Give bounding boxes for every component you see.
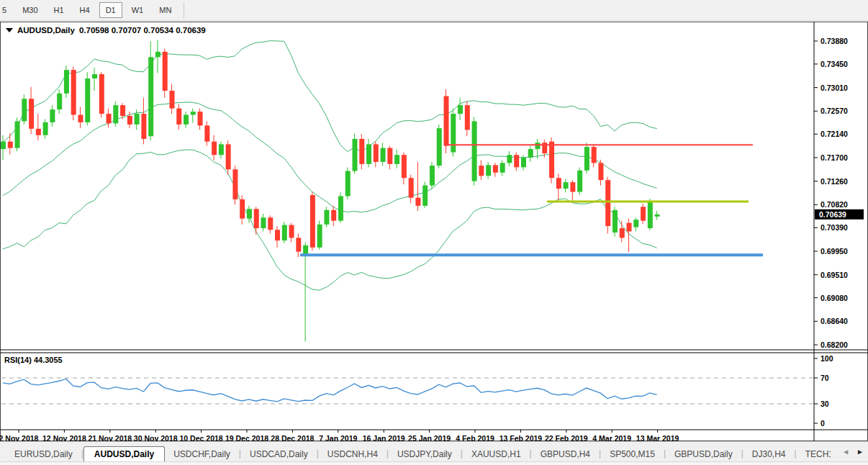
chart-ohlc-values: 0.70598 0.70707 0.70534 0.70639 [79, 26, 206, 35]
bollinger-lower-band [3, 150, 657, 290]
time-axis-label[interactable]: 4 Feb 2019 [456, 434, 494, 441]
chart-tab-bar: EURUSD,Daily| AUDUSD,Daily USDCHF,Daily|… [0, 441, 868, 465]
candle [29, 99, 34, 129]
tab-usdchf-daily[interactable]: USDCHF,Daily [165, 447, 239, 461]
candle [163, 52, 168, 91]
rsi-axis-label[interactable]: 100 [820, 354, 833, 363]
candle [366, 144, 371, 163]
time-axis-label[interactable]: 22 Feb 2019 [545, 434, 588, 441]
candle [353, 139, 358, 171]
chart-svg[interactable]: 0.738800.734500.730100.725700.721400.717… [0, 22, 868, 441]
candle [99, 74, 104, 114]
tab-gbpusd-h4[interactable]: GBPUSD,H4 [532, 447, 599, 461]
candle [535, 143, 541, 149]
price-axis-label[interactable]: 0.68200 [820, 340, 848, 349]
candle [486, 165, 491, 176]
candle [570, 182, 575, 191]
candle [22, 99, 27, 121]
price-axis-label[interactable]: 0.72140 [820, 130, 848, 138]
candle [226, 144, 231, 169]
tab-scroll-right-icon[interactable]: ► [856, 448, 864, 456]
price-axis-label[interactable]: 0.71700 [820, 153, 848, 162]
price-axis-label[interactable]: 0.71260 [820, 177, 848, 186]
candle [430, 166, 435, 185]
time-axis-label[interactable]: 4 Mar 2019 [592, 434, 631, 441]
tab-usdcnh-h4[interactable]: USDCNH,H4 [319, 447, 386, 461]
tab-tech100-h1[interactable]: TECH100,H1 [797, 447, 831, 461]
candle [155, 52, 161, 57]
timeframe-w1-button[interactable]: W1 [125, 2, 150, 18]
price-axis-label[interactable]: 0.72570 [820, 107, 848, 115]
timeframe-h1-button[interactable]: H1 [48, 2, 71, 18]
candlesticks [1, 40, 660, 342]
candle [458, 105, 463, 114]
rsi-axis-label[interactable]: 0 [820, 419, 825, 428]
candle [633, 220, 638, 227]
candle [289, 225, 294, 238]
tab-audusd-daily[interactable]: AUDUSD,Daily [83, 446, 165, 461]
candle [507, 155, 512, 163]
candle [141, 114, 146, 139]
rsi-axis-label[interactable]: 70 [820, 374, 829, 382]
timeframe-d1-button[interactable]: D1 [99, 2, 122, 18]
time-axis-label[interactable]: 30 Nov 2018 [134, 434, 178, 441]
candle [247, 209, 252, 218]
chart-title[interactable]: AUDUSD,Daily 0.70598 0.70707 0.70534 0.7… [6, 26, 206, 35]
price-axis-label[interactable]: 0.70390 [820, 223, 848, 232]
price-axis-label[interactable]: 0.69950 [820, 247, 848, 256]
candle [64, 70, 69, 94]
price-axis-label[interactable]: 0.73880 [820, 37, 848, 45]
chart-window[interactable]: 0.738800.734500.730100.725700.721400.717… [0, 22, 868, 441]
time-axis-label[interactable]: 12 Nov 2018 [42, 434, 86, 441]
price-axis-label[interactable]: 0.73010 [820, 83, 848, 92]
candle [36, 129, 41, 135]
tab-gbpusd-daily[interactable]: GBPUSD,Daily [666, 447, 741, 461]
time-axis-label[interactable]: 10 Dec 2018 [180, 434, 223, 441]
time-axis-label[interactable]: 13 Mar 2019 [636, 434, 679, 441]
tab-usdjpy-daily[interactable]: USDJPY,Daily [389, 447, 461, 461]
tab-scroll-left-icon[interactable]: ◄ [842, 448, 849, 456]
price-axis-label[interactable]: 0.69510 [820, 271, 848, 279]
candle [437, 128, 442, 166]
rsi-indicator-label: RSI(14) 44.3055 [4, 356, 63, 364]
time-axis-label[interactable]: 13 Feb 2019 [499, 434, 543, 441]
candle [479, 166, 484, 176]
timeframe-h4-button[interactable]: H4 [73, 2, 96, 18]
rsi-axis-label[interactable]: 30 [820, 399, 829, 408]
tab-sp500-m15[interactable]: SP500,M15 [601, 447, 664, 461]
time-axis-label[interactable]: 19 Dec 2018 [225, 434, 268, 441]
tab-eurusd-daily[interactable]: EURUSD,Daily [6, 447, 81, 461]
candle [549, 142, 554, 179]
timeframe-mn-button[interactable]: MN [153, 2, 178, 18]
time-axis-label[interactable]: 7 Jan 2019 [319, 434, 357, 441]
candle [422, 186, 428, 206]
candle [331, 210, 336, 221]
candle [176, 109, 181, 125]
candle [493, 165, 498, 172]
candle [394, 155, 399, 164]
price-axis-label[interactable]: 0.73450 [820, 60, 848, 68]
time-axis-label[interactable]: 21 Nov 2018 [88, 434, 132, 441]
candle [148, 57, 153, 136]
candle [387, 148, 392, 164]
tab-xauusd-h1[interactable]: XAUUSD,H1 [463, 447, 530, 461]
candle [648, 202, 653, 228]
price-axis-label[interactable]: 0.69080 [820, 294, 848, 302]
candle [268, 217, 273, 230]
chart-tabs: EURUSD,Daily| AUDUSD,Daily USDCHF,Daily|… [6, 445, 831, 461]
time-axis-label[interactable]: 16 Jan 2019 [363, 434, 405, 441]
timeframe-m30-button[interactable]: M30 [16, 2, 44, 18]
time-axis-label[interactable]: 25 Jan 2019 [408, 434, 451, 441]
candle [641, 207, 646, 220]
tab-usdcad-daily[interactable]: USDCAD,Daily [241, 447, 317, 461]
price-axis-label[interactable]: 0.70820 [820, 200, 848, 209]
symbol-dropdown-icon[interactable] [6, 28, 13, 32]
time-axis-label[interactable]: 28 Dec 2018 [271, 434, 314, 441]
candle [282, 225, 287, 241]
time-axis-label[interactable]: 2 Nov 2018 [0, 434, 39, 441]
candle [191, 112, 196, 114]
timeframe-m5-button[interactable]: 5 [0, 2, 13, 18]
price-axis-label[interactable]: 0.68640 [820, 317, 848, 325]
candle [212, 142, 217, 155]
tab-dj30-h4[interactable]: DJ30,H4 [743, 447, 795, 461]
